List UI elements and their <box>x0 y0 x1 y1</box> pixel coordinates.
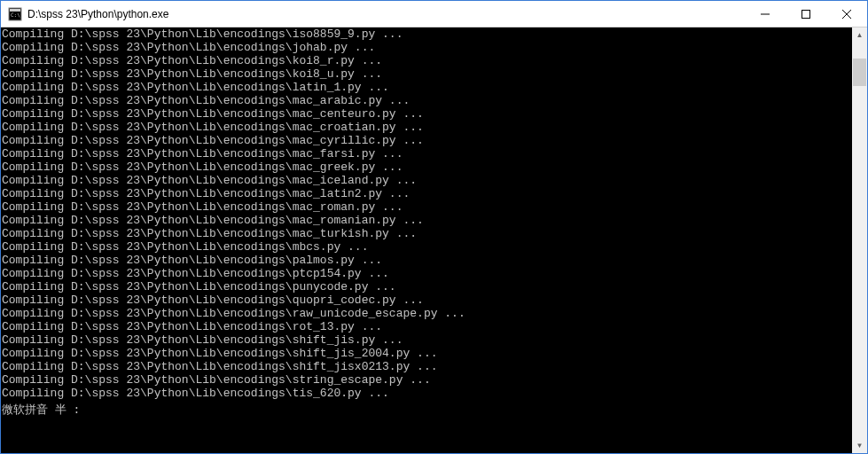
console-line: Compiling D:\spss 23\Python\Lib\encoding… <box>2 320 852 333</box>
console-line: Compiling D:\spss 23\Python\Lib\encoding… <box>2 187 852 200</box>
console-line: Compiling D:\spss 23\Python\Lib\encoding… <box>2 227 852 240</box>
close-icon <box>842 10 851 19</box>
console-line: Compiling D:\spss 23\Python\Lib\encoding… <box>2 240 852 254</box>
console-line: Compiling D:\spss 23\Python\Lib\encoding… <box>2 307 852 320</box>
minimize-icon <box>761 10 770 19</box>
console-output[interactable]: Compiling D:\spss 23\Python\Lib\encoding… <box>1 27 852 453</box>
console-line: Compiling D:\spss 23\Python\Lib\encoding… <box>2 27 852 41</box>
console-line: Compiling D:\spss 23\Python\Lib\encoding… <box>2 267 852 280</box>
scroll-up-button[interactable]: ▲ <box>852 27 867 43</box>
vertical-scrollbar[interactable]: ▲ ▼ <box>852 27 867 453</box>
console-line: Compiling D:\spss 23\Python\Lib\encoding… <box>2 160 852 174</box>
console-line: Compiling D:\spss 23\Python\Lib\encoding… <box>2 134 852 147</box>
console-line: Compiling D:\spss 23\Python\Lib\encoding… <box>2 333 852 347</box>
scroll-track[interactable] <box>852 43 867 438</box>
console-line: Compiling D:\spss 23\Python\Lib\encoding… <box>2 373 852 387</box>
console-line: Compiling D:\spss 23\Python\Lib\encoding… <box>2 387 852 400</box>
app-icon: C:\ <box>8 7 22 21</box>
console-line: Compiling D:\spss 23\Python\Lib\encoding… <box>2 200 852 214</box>
scroll-thumb[interactable] <box>853 59 866 86</box>
console-line: Compiling D:\spss 23\Python\Lib\encoding… <box>2 67 852 81</box>
console-line: Compiling D:\spss 23\Python\Lib\encoding… <box>2 41 852 54</box>
console-line: Compiling D:\spss 23\Python\Lib\encoding… <box>2 121 852 134</box>
console-line: Compiling D:\spss 23\Python\Lib\encoding… <box>2 347 852 360</box>
console-line: Compiling D:\spss 23\Python\Lib\encoding… <box>2 360 852 373</box>
window-controls <box>745 1 867 27</box>
maximize-button[interactable] <box>786 1 826 27</box>
console-line: Compiling D:\spss 23\Python\Lib\encoding… <box>2 147 852 160</box>
console-line: Compiling D:\spss 23\Python\Lib\encoding… <box>2 54 852 67</box>
ime-status-line: 微软拼音 半 : <box>2 403 852 417</box>
console-line: Compiling D:\spss 23\Python\Lib\encoding… <box>2 174 852 187</box>
close-button[interactable] <box>826 1 867 27</box>
scroll-down-button[interactable]: ▼ <box>852 438 867 453</box>
maximize-icon <box>802 10 810 19</box>
console-line: Compiling D:\spss 23\Python\Lib\encoding… <box>2 280 852 294</box>
console-line: Compiling D:\spss 23\Python\Lib\encoding… <box>2 81 852 94</box>
titlebar[interactable]: C:\ D:\spss 23\Python\python.exe <box>1 1 867 27</box>
console-line: Compiling D:\spss 23\Python\Lib\encoding… <box>2 107 852 121</box>
console-area: Compiling D:\spss 23\Python\Lib\encoding… <box>1 27 867 453</box>
console-line: Compiling D:\spss 23\Python\Lib\encoding… <box>2 254 852 267</box>
console-line: Compiling D:\spss 23\Python\Lib\encoding… <box>2 294 852 307</box>
console-line: Compiling D:\spss 23\Python\Lib\encoding… <box>2 94 852 107</box>
minimize-button[interactable] <box>745 1 786 27</box>
window-title: D:\spss 23\Python\python.exe <box>27 8 745 20</box>
console-line: Compiling D:\spss 23\Python\Lib\encoding… <box>2 214 852 227</box>
svg-rect-4 <box>802 11 810 19</box>
svg-text:C:\: C:\ <box>11 12 20 18</box>
